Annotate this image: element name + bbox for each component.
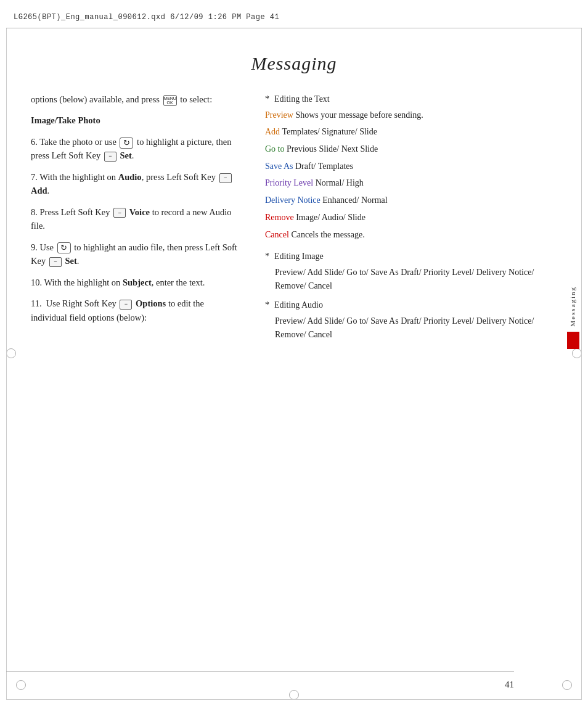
header-bar: LG265(BPT)_Eng_manual_090612.qxd 6/12/09… [6,6,582,28]
editing-audio-sublist: Preview/ Add Slide/ Go to/ Save As Draft… [275,314,557,341]
header-text: LG265(BPT)_Eng_manual_090612.qxd 6/12/09… [14,13,279,22]
right-section-delivery: Delivery Notice Enhanced/ Normal [265,194,557,207]
editing-audio-bullet: * Editing Audio [265,298,557,312]
nav-icon-9: ↻ [57,242,71,253]
section-heading: Image/Take Photo [31,113,240,127]
footer-divider [6,671,514,672]
page-title: Messaging [6,53,582,74]
right-section-preview: Preview Shows your message before sendin… [265,109,557,122]
side-tab-bar [567,332,579,349]
image-take-photo-heading: Image/Take Photo [31,113,240,127]
softkey-icon-6: − [104,152,116,162]
remove-text: Image/ Audio/ Slide [296,213,365,222]
add-text: Templates/ Signature/ Slide [282,127,377,136]
editing-text-label: Editing the Text [274,92,330,106]
cancel-label: Cancel [265,230,289,239]
menu-ok-icon: MENU OK [163,95,177,106]
priority-label: Priority Level [265,178,313,187]
page-content: Messaging options (below) available, and… [6,28,582,700]
page-number: 41 [6,675,551,700]
list-item-11: 11. Use Right Soft Key − Options to edit… [31,297,240,324]
editing-image-sublist: Preview/ Add Slide/ Go to/ Save As Draft… [275,266,557,292]
right-section-remove: Remove Image/ Audio/ Slide [265,211,557,224]
delivery-label: Delivery Notice [265,195,321,205]
list-item-7: 7. With the highlight on Audio, press Le… [31,170,240,198]
cancel-text: Cancels the message. [291,230,364,239]
left-column: options (below) available, and press MEN… [31,92,240,669]
right-section-saveas: Save As Draft/ Templates [265,160,557,173]
right-column: * Editing the Text Preview Shows your me… [265,92,557,669]
right-section-goto: Go to Previous Slide/ Next Slide [265,142,557,156]
right-section-editing-image: * Editing Image Preview/ Add Slide/ Go t… [265,250,557,292]
bullet-star-audio: * [265,298,269,312]
page-footer: 41 [6,669,582,700]
add-label: Add [265,127,280,136]
list-item-6: 6. Take the photo or use ↻ to highlight … [31,135,240,163]
goto-text: Previous Slide/ Next Slide [287,144,378,154]
right-section-editing-audio: * Editing Audio Preview/ Add Slide/ Go t… [265,298,557,341]
preview-label: Preview [265,110,293,120]
right-section-cancel: Cancel Cancels the message. [265,228,557,242]
preview-text: Shows your message before sending. [295,110,423,120]
side-tab-text: Messaging [568,286,578,327]
bullet-star-image: * [265,250,269,263]
softkey-icon-7: − [219,173,232,183]
right-section-editing-text: * Editing the Text [265,92,557,106]
two-col-layout: options (below) available, and press MEN… [6,92,582,669]
softkey-icon-11: − [120,300,132,310]
saveas-label: Save As [265,162,293,171]
saveas-text: Draft/ Templates [295,162,353,171]
delivery-text: Enhanced/ Normal [322,195,387,205]
nav-icon-6: ↻ [120,138,133,149]
editing-audio-options: Preview/ Add Slide/ Go to/ Save As Draft… [275,316,534,339]
priority-text: Normal/ High [316,178,364,187]
softkey-icon-9: − [49,257,62,267]
editing-image-options: Preview/ Add Slide/ Go to/ Save As Draft… [275,268,534,290]
goto-label: Go to [265,144,285,154]
right-section-add: Add Templates/ Signature/ Slide [265,125,557,139]
side-tab: Messaging [565,277,582,358]
list-item-10: 10. With the highlight on Subject, enter… [31,276,240,289]
list-item-9: 9. Use ↻ to highlight an audio file, the… [31,240,240,268]
list-item-8: 8. Press Left Soft Key − Voice to record… [31,205,240,233]
editing-image-label: Editing Image [274,250,324,263]
editing-audio-label: Editing Audio [274,298,323,312]
right-section-priority: Priority Level Normal/ High [265,176,557,190]
softkey-icon-8: − [113,208,126,218]
bullet-star-1: * [265,92,269,106]
remove-label: Remove [265,213,294,222]
intro-text: options (below) available, and press MEN… [31,92,240,106]
editing-image-bullet: * Editing Image [265,250,557,263]
